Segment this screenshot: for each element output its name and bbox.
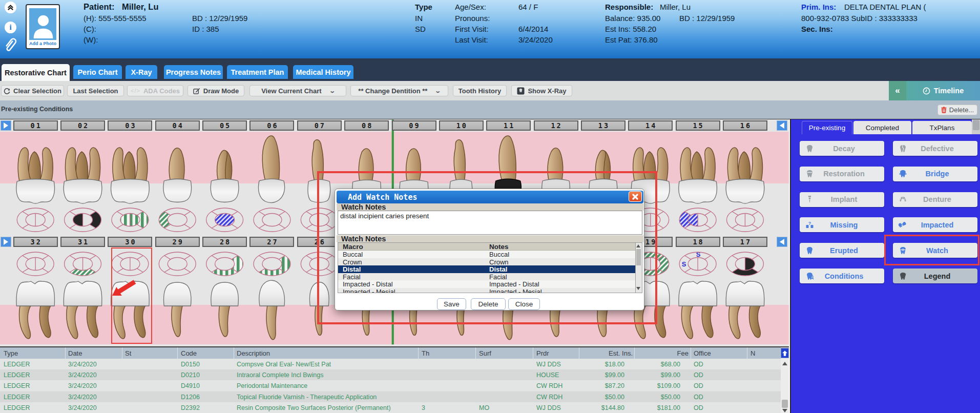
tab-x-ray[interactable]: X-Ray	[126, 65, 157, 79]
ledger-scrollbar[interactable]	[781, 347, 789, 413]
toolbar-view-current-chart-button[interactable]: View Current Chart⌄	[249, 85, 346, 96]
notes-cell: Impacted - Mesial	[489, 288, 542, 294]
tooth-14-button[interactable]: 14	[628, 120, 673, 131]
macro-cell: Distal	[343, 265, 361, 273]
tooth-15-button[interactable]: 15	[676, 120, 720, 131]
macro-row-facial[interactable]: FacialFacial	[338, 273, 635, 281]
macro-row-impacted-mesial[interactable]: Impacted - MesialImpacted - Mesial	[338, 288, 635, 294]
sidebar-decay-button[interactable]: Decay	[800, 141, 884, 156]
ledger-cell-code: D1206	[181, 394, 200, 401]
upper-row-right-arrow-button[interactable]	[777, 120, 787, 131]
tooth-30-button[interactable]: 30	[108, 237, 152, 247]
sidebar-tab-txplans[interactable]: TxPlans	[912, 121, 972, 134]
ledger-column-separator	[691, 347, 691, 359]
sidebar-tab-pre-existing[interactable]: Pre-existing	[802, 121, 852, 134]
close-button[interactable]: Close	[508, 298, 540, 310]
delete-button[interactable]: Delete	[471, 298, 506, 310]
tooth-01-button[interactable]: 01	[13, 120, 58, 131]
sidebar-tab-completed[interactable]: Completed	[853, 121, 911, 134]
sidebar-legend-button[interactable]: Legend	[893, 269, 977, 283]
toolbar-ada-codes-button[interactable]: </>ADA Codes	[127, 85, 183, 96]
macro-list: Macro Notes BuccalBuccalCrownCrownDistal…	[338, 242, 636, 293]
tooth-04-button[interactable]: 04	[155, 120, 200, 131]
ledger-row[interactable]: LEDGER3/24/2020D1206Topical Fluoride Var…	[0, 391, 781, 402]
ledger-row[interactable]: LEDGER3/24/2020D0150Compsve Oral Eval- N…	[0, 359, 781, 369]
tooth-11-button[interactable]: 11	[486, 120, 531, 131]
toolbar-draw-mode-button[interactable]: Draw Mode	[187, 85, 244, 96]
sidebar-impacted-button[interactable]: Impacted	[893, 217, 977, 232]
paperclip-icon[interactable]	[4, 36, 18, 53]
lower-row-right-arrow-button[interactable]	[777, 237, 787, 247]
toolbar-change-dentition-button[interactable]: ** Change Dentition **⌄	[350, 85, 448, 96]
timeline-collapse-button[interactable]: «	[889, 81, 906, 100]
sidebar-watch-button[interactable]: Watch	[893, 243, 977, 258]
sidebar-scrollbar[interactable]	[972, 119, 980, 134]
ledger-cell-description: Periodontal Maintenance	[237, 382, 307, 389]
add-photo-box[interactable]: Add a Photo	[26, 4, 60, 49]
list-scroll-up-icon[interactable]	[636, 244, 640, 247]
sidebar-erupted-button[interactable]: Erupted	[800, 243, 884, 258]
tooth-12-button[interactable]: 12	[534, 120, 578, 131]
upper-row-left-arrow-button[interactable]	[1, 120, 11, 131]
macro-row-buccal[interactable]: BuccalBuccal	[338, 251, 635, 258]
tooth-13-button[interactable]: 13	[581, 120, 625, 131]
tooth-10-button[interactable]: 10	[439, 120, 484, 131]
list-scroll-down-icon[interactable]	[636, 287, 640, 290]
watch-notes-textarea[interactable]	[338, 211, 642, 235]
info-icon[interactable]: i	[5, 22, 16, 33]
macro-row-crown[interactable]: CrownCrown	[338, 258, 635, 266]
delete-button[interactable]: Delete...	[937, 105, 977, 115]
tooth-06-button[interactable]: 06	[249, 120, 294, 131]
scrollbar-thumb[interactable]	[782, 400, 788, 408]
tooth-31-button[interactable]: 31	[60, 237, 105, 247]
dialog-close-button[interactable]	[629, 191, 642, 202]
tab-restorative-chart[interactable]: Restorative Chart	[2, 64, 70, 81]
toolbar-last-selection-button[interactable]: Last Selection	[67, 85, 124, 96]
tooth-02-button[interactable]: 02	[60, 120, 105, 131]
tab-perio-chart[interactable]: Perio Chart	[73, 65, 122, 79]
list-scroll-thumb[interactable]	[636, 249, 641, 265]
collapse-header-icon[interactable]	[5, 2, 16, 13]
tab-progress-notes[interactable]: Progress Notes	[164, 65, 223, 79]
sidebar-bridge-button[interactable]: Bridge	[893, 167, 977, 181]
tab-medical-history[interactable]: Medical History	[293, 65, 353, 79]
sidebar-defective-button[interactable]: Defective	[893, 141, 977, 156]
sidebar-implant-button[interactable]: Implant	[800, 192, 884, 207]
scroll-to-top-button[interactable]	[781, 348, 789, 358]
save-button[interactable]: Save	[437, 298, 466, 310]
tooth-28-button[interactable]: 28	[202, 237, 247, 247]
timeline-button[interactable]: Timeline	[906, 81, 980, 100]
occlusal-circle-06	[254, 208, 290, 232]
tooth-05-button[interactable]: 05	[202, 120, 247, 131]
tooth-08-button[interactable]: 08	[344, 120, 389, 131]
toolbar-show-x-ray-button[interactable]: Show X-Ray	[511, 85, 572, 96]
toolbar-clear-selection-button[interactable]: Clear Selection	[1, 85, 64, 96]
sidebar-denture-button[interactable]: Denture	[893, 192, 977, 207]
tooth-32-button[interactable]: 32	[13, 237, 58, 247]
tab-treatment-plan[interactable]: Treatment Plan	[227, 65, 288, 79]
tooth-29-button[interactable]: 29	[155, 237, 200, 247]
sidebar-scrollbar-thumb[interactable]	[973, 120, 979, 130]
scrollbar-up-arrow[interactable]	[782, 362, 787, 365]
macro-row-impacted-distal[interactable]: Impacted - DistalImpacted - Distal	[338, 280, 635, 288]
dialog-titlebar[interactable]: Add Watch Notes	[337, 191, 643, 203]
tooth-27-button[interactable]: 27	[249, 237, 294, 247]
scrollbar-down-arrow[interactable]	[782, 409, 787, 412]
tooth-07-button[interactable]: 07	[297, 120, 342, 131]
sidebar-missing-button[interactable]: ?Missing	[800, 217, 884, 232]
lower-row-left-arrow-button[interactable]	[1, 237, 11, 247]
tooth-16-button[interactable]: 16	[723, 120, 767, 131]
macro-row-distal[interactable]: DistalDistal	[338, 265, 635, 273]
sidebar-conditions-button[interactable]: Conditions	[800, 269, 884, 283]
ledger-row[interactable]: LEDGER3/24/2020D2392Resin Composite Two …	[0, 402, 781, 413]
tooth-17-button[interactable]: 17	[723, 237, 767, 247]
toolbar-tooth-history-button[interactable]: Tooth History	[453, 85, 507, 96]
sidebar-restoration-button[interactable]: Restoration	[800, 167, 884, 181]
tooth-03-button[interactable]: 03	[108, 120, 152, 131]
ledger-row[interactable]: LEDGER3/24/2020D4910Periodontal Maintena…	[0, 380, 781, 391]
chevrons-up-icon	[7, 4, 14, 11]
macro-list-scrollbar[interactable]	[636, 242, 642, 293]
tooth-18-button[interactable]: 18	[676, 237, 720, 247]
ledger-row[interactable]: LEDGER3/24/2020D0210Intraoral Complete I…	[0, 369, 781, 380]
tooth-09-button[interactable]: 09	[392, 120, 436, 131]
